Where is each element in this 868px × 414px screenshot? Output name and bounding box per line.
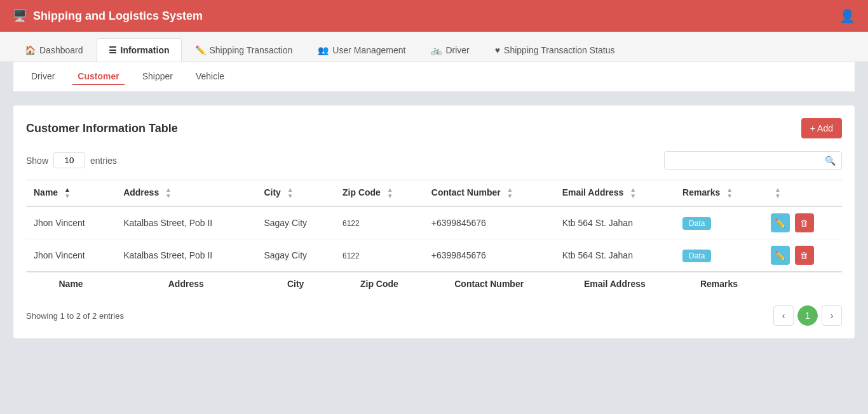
col-name: Name ▲ ▼ xyxy=(26,180,116,207)
nav-item-user-management[interactable]: 👥 User Management xyxy=(306,38,417,62)
delete-button[interactable]: 🗑 xyxy=(795,246,814,265)
card-title: Customer Information Table xyxy=(26,122,178,135)
cell-actions: ✏️ 🗑 xyxy=(763,206,842,239)
footer-col-zip: Zip Code xyxy=(335,272,424,295)
pagination-info: Showing 1 to 2 of 2 entries xyxy=(26,311,124,321)
sub-tab-customer[interactable]: Customer xyxy=(72,69,124,85)
sort-address-icon[interactable]: ▲ ▼ xyxy=(165,187,172,199)
customer-table: Name ▲ ▼ Address ▲ ▼ Cit xyxy=(26,180,842,295)
delete-button[interactable]: 🗑 xyxy=(795,213,814,232)
cell-address: Katalbas Street, Pob II xyxy=(116,239,256,272)
nav-label-user-management: User Management xyxy=(332,45,405,55)
col-address: Address ▲ ▼ xyxy=(116,180,256,207)
list-icon: ☰ xyxy=(109,45,117,55)
entries-count-input[interactable] xyxy=(53,152,85,168)
search-icon: 🔍 xyxy=(825,156,836,166)
nav-item-dashboard[interactable]: 🏠 Dashboard xyxy=(13,38,95,62)
users-icon: 👥 xyxy=(318,45,329,55)
cell-address: Katalbas Street, Pob II xyxy=(116,206,256,239)
cell-city: Sagay City xyxy=(256,206,335,239)
main-nav: 🏠 Dashboard ☰ Information ✏️ Shipping Tr… xyxy=(0,32,868,62)
footer-col-city: City xyxy=(256,272,335,295)
bike-icon: 🚲 xyxy=(431,45,442,55)
sort-zip-icon[interactable]: ▲ ▼ xyxy=(387,187,393,199)
table-controls: Show entries 🔍 xyxy=(26,151,842,170)
navbar-right: 👤 xyxy=(839,8,855,23)
footer-col-address: Address xyxy=(116,272,256,295)
nav-label-shipping-transaction: Shipping Transaction xyxy=(210,45,293,55)
footer-col-email: Email Address xyxy=(555,272,675,295)
search-box: 🔍 xyxy=(664,151,842,170)
nav-label-driver: Driver xyxy=(445,45,469,55)
nav-label-information: Information xyxy=(121,45,170,55)
cell-actions: ✏️ 🗑 xyxy=(763,239,842,272)
col-email: Email Address ▲ ▼ xyxy=(555,180,675,207)
cell-email: Ktb 564 St. Jahan xyxy=(555,206,675,239)
card-header: Customer Information Table + Add xyxy=(26,118,842,138)
nav-label-dashboard: Dashboard xyxy=(39,45,83,55)
cell-contact: +6399845676 xyxy=(424,206,555,239)
home-icon: 🏠 xyxy=(25,45,36,55)
nav-item-information[interactable]: ☰ Information xyxy=(97,38,182,62)
sort-email-icon[interactable]: ▲ ▼ xyxy=(630,187,636,199)
footer-col-name: Name xyxy=(26,272,116,295)
col-actions: ▲ ▼ xyxy=(763,180,842,207)
nav-item-shipping-transaction[interactable]: ✏️ Shipping Transaction xyxy=(183,38,305,62)
page-content: Driver Customer Shipper Vehicle Customer… xyxy=(0,62,868,352)
table-row: Jhon Vincent Katalbas Street, Pob II Sag… xyxy=(26,206,842,239)
sub-tab-shipper[interactable]: Shipper xyxy=(137,69,178,85)
show-entries: Show entries xyxy=(26,152,117,168)
sort-contact-icon[interactable]: ▲ ▼ xyxy=(507,187,513,199)
monitor-icon: 🖥️ xyxy=(13,9,27,23)
col-zip: Zip Code ▲ ▼ xyxy=(335,180,424,207)
show-label: Show xyxy=(26,156,48,166)
table-footer-row: Name Address City Zip Code Contact Numbe… xyxy=(26,272,842,295)
edit-icon: ✏️ xyxy=(195,45,206,55)
cell-zip: 6122 xyxy=(335,206,424,239)
table-header-row: Name ▲ ▼ Address ▲ ▼ Cit xyxy=(26,180,842,207)
add-button[interactable]: + Add xyxy=(801,118,842,138)
nav-label-shipping-status: Shipping Transaction Status xyxy=(504,45,614,55)
pagination-page-1-button[interactable]: 1 xyxy=(797,305,818,326)
col-remarks: Remarks ▲ ▼ xyxy=(675,180,763,207)
col-city: City ▲ ▼ xyxy=(256,180,335,207)
cell-contact: +6399845676 xyxy=(424,239,555,272)
sub-tab-vehicle[interactable]: Vehicle xyxy=(191,69,229,85)
sort-remarks-icon[interactable]: ▲ ▼ xyxy=(726,187,733,199)
nav-item-shipping-status[interactable]: ♥ Shipping Transaction Status xyxy=(483,38,627,62)
top-navbar: 🖥️ Shipping and Logistics System 👤 xyxy=(0,0,868,32)
table-card: Customer Information Table + Add Show en… xyxy=(13,105,855,339)
footer-col-remarks: Remarks xyxy=(675,272,763,295)
pagination-area: Showing 1 to 2 of 2 entries ‹ 1 › xyxy=(26,305,842,326)
cell-remarks: Data xyxy=(675,206,763,239)
col-contact: Contact Number ▲ ▼ xyxy=(424,180,555,207)
nav-item-driver[interactable]: 🚲 Driver xyxy=(419,38,481,62)
heart-icon: ♥ xyxy=(495,45,500,55)
cell-name: Jhon Vincent xyxy=(26,206,116,239)
sort-name-icon[interactable]: ▲ ▼ xyxy=(64,187,71,199)
table-body: Jhon Vincent Katalbas Street, Pob II Sag… xyxy=(26,206,842,272)
sub-tab-driver[interactable]: Driver xyxy=(26,69,60,85)
pagination-next-button[interactable]: › xyxy=(822,305,842,326)
cell-email: Ktb 564 St. Jahan xyxy=(555,239,675,272)
pagination-buttons: ‹ 1 › xyxy=(773,305,842,326)
cell-city: Sagay City xyxy=(256,239,335,272)
edit-button[interactable]: ✏️ xyxy=(771,213,790,232)
app-brand: 🖥️ Shipping and Logistics System xyxy=(13,9,203,23)
footer-col-contact: Contact Number xyxy=(424,272,555,295)
user-icon[interactable]: 👤 xyxy=(839,8,855,23)
search-input[interactable] xyxy=(664,151,842,170)
sort-city-icon[interactable]: ▲ ▼ xyxy=(287,187,294,199)
sub-tabs: Driver Customer Shipper Vehicle xyxy=(13,62,855,92)
cell-zip: 6122 xyxy=(335,239,424,272)
cell-name: Jhon Vincent xyxy=(26,239,116,272)
footer-col-actions xyxy=(763,272,842,295)
edit-button[interactable]: ✏️ xyxy=(771,246,790,265)
entries-label: entries xyxy=(90,156,117,166)
sort-actions-icon[interactable]: ▲ ▼ xyxy=(775,187,781,199)
app-title: Shipping and Logistics System xyxy=(33,10,203,23)
table-row: Jhon Vincent Katalbas Street, Pob II Sag… xyxy=(26,239,842,272)
cell-remarks: Data xyxy=(675,239,763,272)
pagination-prev-button[interactable]: ‹ xyxy=(773,305,794,326)
